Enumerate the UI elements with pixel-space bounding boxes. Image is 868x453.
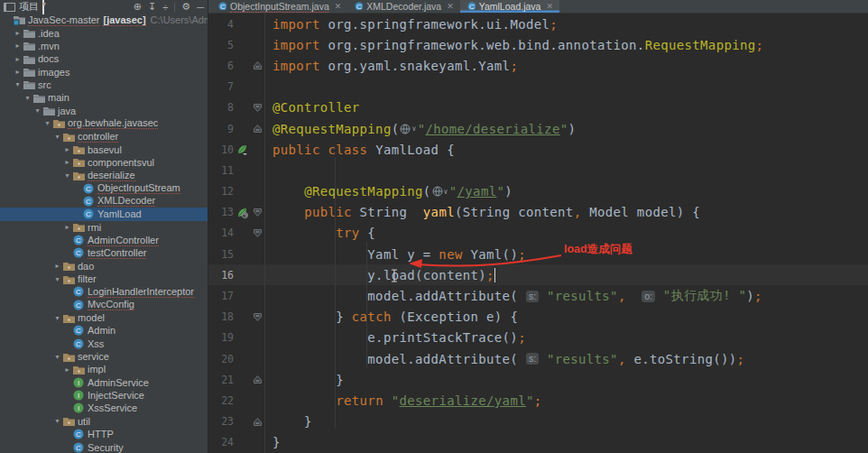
tab-xmldecoder-java[interactable]: CXMLDecoder.java✕ xyxy=(347,0,459,13)
code-line-21[interactable]: 21 } xyxy=(208,369,868,390)
code-line-24[interactable]: 24} xyxy=(208,432,868,453)
chevron-collapsed-icon[interactable]: ▸ xyxy=(62,223,72,231)
line-number[interactable]: 23 xyxy=(208,415,234,428)
code-line-23[interactable]: 23 } xyxy=(208,411,868,432)
chevron-collapsed-icon[interactable]: ▸ xyxy=(62,365,72,374)
url-inlay-icon[interactable]: ∨ xyxy=(432,186,448,197)
tree-item-deserialize[interactable]: ▾deserialize xyxy=(0,169,208,181)
line-number[interactable]: 13 xyxy=(208,206,234,218)
chevron-expanded-icon[interactable]: ▾ xyxy=(62,171,72,180)
tree-item-filter[interactable]: ▾filter xyxy=(0,273,208,285)
code-area[interactable]: 4import org.springframework.ui.Model;5im… xyxy=(208,14,868,453)
fold-marker[interactable] xyxy=(250,223,265,244)
code-line-11[interactable]: 11 xyxy=(208,160,868,180)
tree-item-images[interactable]: ▸images xyxy=(0,65,208,78)
chevron-expanded-icon[interactable]: ▾ xyxy=(52,353,62,361)
fold-marker[interactable] xyxy=(250,97,265,118)
chevron-expanded-icon[interactable]: ▾ xyxy=(13,80,23,88)
tree-item--idea[interactable]: ▸.idea xyxy=(0,26,208,39)
code-line-5[interactable]: 5import org.springframework.web.bind.ann… xyxy=(208,34,868,55)
chevron-expanded-icon[interactable]: ▾ xyxy=(52,133,62,141)
fold-marker[interactable] xyxy=(250,55,265,76)
tree-item-yamlload[interactable]: CYamlLoad xyxy=(0,208,208,220)
code-line-14[interactable]: 14 try { xyxy=(208,223,868,244)
tree-item-util[interactable]: ▾util xyxy=(0,415,208,428)
tab-objectinputstream-java[interactable]: CObjectInputStream.java✕ xyxy=(211,0,347,13)
tree-item-impl[interactable]: ▸impl xyxy=(0,363,208,375)
code-line-22[interactable]: 22 return "deserialize/yaml"; xyxy=(208,390,868,411)
line-number[interactable]: 18 xyxy=(208,310,234,323)
line-number[interactable]: 10 xyxy=(208,143,234,156)
chevron-expanded-icon[interactable]: ▾ xyxy=(23,94,32,102)
tree-item-adminservice[interactable]: IAdminService xyxy=(0,376,208,389)
spring-bean-icon[interactable] xyxy=(234,143,250,155)
tree-item-java[interactable]: ▾java xyxy=(0,104,208,116)
tree-item-security[interactable]: CSecurity xyxy=(0,440,208,453)
request-mapping-icon[interactable] xyxy=(234,207,250,218)
tree-item-admin[interactable]: CAdmin xyxy=(0,324,208,337)
code-line-13[interactable]: 13 public String yaml(String content, Mo… xyxy=(208,202,868,223)
tree-item-loginhandlerinterceptor[interactable]: CLoginHandlerInterceptor xyxy=(0,285,208,298)
chevron-collapsed-icon[interactable]: ▸ xyxy=(62,158,72,166)
chevron-expanded-icon[interactable]: ▾ xyxy=(52,417,62,425)
code-line-6[interactable]: 6import org.yaml.snakeyaml.Yaml; xyxy=(208,55,868,76)
line-number[interactable]: 19 xyxy=(208,331,234,344)
collapse-all-icon[interactable]: ÷ xyxy=(162,2,168,13)
expand-all-icon[interactable]: ↧ xyxy=(148,1,156,13)
code-line-18[interactable]: 18 } catch (Exception e) { xyxy=(208,307,868,328)
tree-item-injectservice[interactable]: IInjectService xyxy=(0,389,208,402)
line-number[interactable]: 6 xyxy=(208,60,234,72)
code-line-10[interactable]: 10public class YamlLoad { xyxy=(208,139,868,160)
chevron-collapsed-icon[interactable]: ▸ xyxy=(13,68,23,76)
chevron-expanded-icon[interactable]: ▾ xyxy=(32,106,42,115)
tree-item-objectinputstream[interactable]: CObjectInputStream xyxy=(0,181,208,194)
fold-marker[interactable] xyxy=(250,369,265,390)
code-line-16[interactable]: 16 y.load(content); xyxy=(208,264,868,285)
hide-panel-icon[interactable]: ─ xyxy=(197,2,204,13)
line-number[interactable]: 16 xyxy=(208,269,234,282)
code-line-7[interactable]: 7 xyxy=(208,77,868,97)
close-icon[interactable]: ✕ xyxy=(447,2,454,11)
chevron-collapsed-icon[interactable]: ▸ xyxy=(52,262,62,270)
line-number[interactable]: 5 xyxy=(208,39,234,51)
tree-item-admincontroller[interactable]: CAdminController xyxy=(0,234,208,246)
fold-marker[interactable] xyxy=(250,202,265,223)
close-icon[interactable]: ✕ xyxy=(546,2,553,11)
tree-item-xss[interactable]: CXss xyxy=(0,337,208,350)
tree-item-componentsvul[interactable]: ▸componentsvul xyxy=(0,156,208,169)
tree-item-mvcconfig[interactable]: CMvcConfig xyxy=(0,299,208,311)
chevron-collapsed-icon[interactable]: ▸ xyxy=(62,145,72,153)
code-line-4[interactable]: 4import org.springframework.ui.Model; xyxy=(208,14,868,34)
tree-item-xssservice[interactable]: IXssService xyxy=(0,402,208,414)
line-number[interactable]: 12 xyxy=(208,185,234,198)
line-number[interactable]: 14 xyxy=(208,226,234,239)
tree-item-javasec-master[interactable]: JavaSec-master[javasec]C:\Users\Administ… xyxy=(0,14,208,26)
chevron-collapsed-icon[interactable]: ▸ xyxy=(13,42,23,50)
code-line-9[interactable]: 9@RequestMapping(∨"/home/deserialize") xyxy=(208,118,868,139)
line-number[interactable]: 7 xyxy=(208,80,234,93)
code-line-12[interactable]: 12 @RequestMapping(∨"/yaml") xyxy=(208,181,868,202)
tree-item-model[interactable]: ▾model xyxy=(0,311,208,324)
settings-icon[interactable]: ⚙ xyxy=(181,1,190,13)
tree-item-http[interactable]: CHTTP xyxy=(0,428,208,440)
tree-item-dao[interactable]: ▸dao xyxy=(0,260,208,273)
chevron-collapsed-icon[interactable]: ▸ xyxy=(13,55,23,63)
chevron-down-icon[interactable]: ▾ xyxy=(42,0,44,14)
code-line-17[interactable]: 17 model.addAttribute( s: "results", o: … xyxy=(208,285,868,306)
tree-item-src[interactable]: ▾src xyxy=(0,79,208,91)
code-line-19[interactable]: 19 e.printStackTrace(); xyxy=(208,328,868,348)
tree-item--mvn[interactable]: ▸.mvn xyxy=(0,40,208,52)
chevron-collapsed-icon[interactable]: ▸ xyxy=(13,29,23,37)
tree-item-org-bewhale-javasec[interactable]: ▾org.bewhale.javasec xyxy=(0,117,208,130)
tree-item-service[interactable]: ▾service xyxy=(0,350,208,363)
line-number[interactable]: 21 xyxy=(208,374,234,386)
tree-item-main[interactable]: ▾main xyxy=(0,91,208,104)
line-number[interactable]: 24 xyxy=(208,436,234,448)
project-panel-title[interactable]: 项目 xyxy=(19,0,39,14)
line-number[interactable]: 4 xyxy=(208,18,234,31)
tree-item-xmldecoder[interactable]: CXMLDecoder xyxy=(0,195,208,208)
tree-item-testcontroller[interactable]: CtestController xyxy=(0,246,208,259)
tree-item-controller[interactable]: ▾controller xyxy=(0,130,208,143)
fold-marker[interactable] xyxy=(250,411,265,432)
line-number[interactable]: 17 xyxy=(208,290,234,302)
